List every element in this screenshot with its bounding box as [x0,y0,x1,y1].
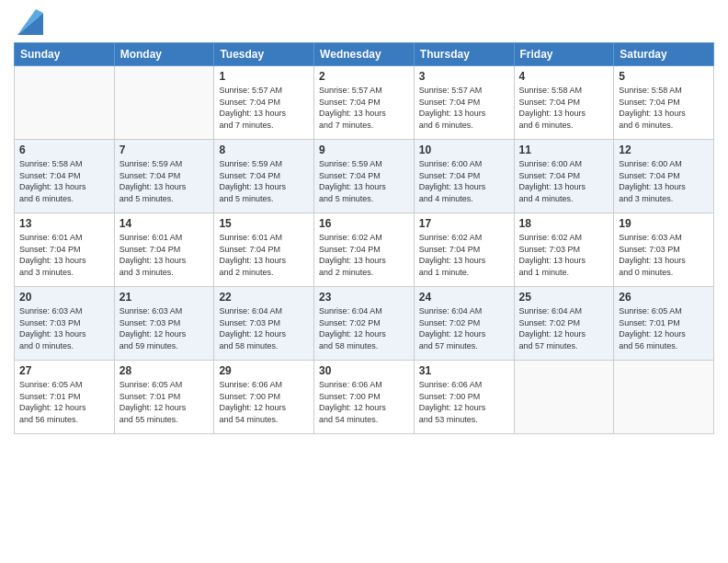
calendar-cell: 31Sunrise: 6:06 AM Sunset: 7:00 PM Dayli… [414,361,514,434]
calendar-cell: 6Sunrise: 5:58 AM Sunset: 7:04 PM Daylig… [15,140,115,213]
day-info: Sunrise: 6:04 AM Sunset: 7:02 PM Dayligh… [319,305,409,351]
calendar-cell: 14Sunrise: 6:01 AM Sunset: 7:04 PM Dayli… [114,213,214,287]
weekday-header-monday: Monday [114,43,214,66]
day-number: 25 [519,291,609,304]
day-number: 10 [419,144,509,156]
calendar-cell: 29Sunrise: 6:06 AM Sunset: 7:00 PM Dayli… [214,361,314,434]
calendar-cell: 5Sunrise: 5:58 AM Sunset: 7:04 PM Daylig… [614,66,714,140]
day-info: Sunrise: 6:03 AM Sunset: 7:03 PM Dayligh… [19,305,109,351]
day-number: 29 [219,364,309,377]
day-number: 21 [119,291,210,304]
weekday-header-thursday: Thursday [414,43,514,66]
day-info: Sunrise: 5:57 AM Sunset: 7:04 PM Dayligh… [319,85,409,131]
day-info: Sunrise: 6:06 AM Sunset: 7:00 PM Dayligh… [319,379,409,425]
day-info: Sunrise: 6:01 AM Sunset: 7:04 PM Dayligh… [19,232,109,278]
day-number: 11 [519,144,609,156]
calendar-cell: 8Sunrise: 5:59 AM Sunset: 7:04 PM Daylig… [214,140,314,213]
day-number: 12 [619,144,709,156]
day-info: Sunrise: 6:00 AM Sunset: 7:04 PM Dayligh… [519,158,609,204]
day-info: Sunrise: 6:04 AM Sunset: 7:03 PM Dayligh… [219,305,309,351]
day-info: Sunrise: 6:03 AM Sunset: 7:03 PM Dayligh… [619,232,709,278]
calendar-cell: 4Sunrise: 5:58 AM Sunset: 7:04 PM Daylig… [514,66,614,140]
day-info: Sunrise: 6:05 AM Sunset: 7:01 PM Dayligh… [119,379,210,425]
calendar-cell: 19Sunrise: 6:03 AM Sunset: 7:03 PM Dayli… [614,213,714,287]
weekday-header-row: SundayMondayTuesdayWednesdayThursdayFrid… [15,43,714,66]
day-number: 1 [219,70,309,83]
day-number: 15 [219,217,309,230]
header [14,9,714,35]
calendar-cell: 25Sunrise: 6:04 AM Sunset: 7:02 PM Dayli… [514,287,614,361]
day-number: 17 [419,217,509,230]
logo [14,9,43,35]
calendar-cell: 27Sunrise: 6:05 AM Sunset: 7:01 PM Dayli… [15,361,115,434]
day-info: Sunrise: 6:06 AM Sunset: 7:00 PM Dayligh… [219,379,309,425]
day-number: 19 [619,217,709,230]
day-number: 18 [519,217,609,230]
day-info: Sunrise: 6:03 AM Sunset: 7:03 PM Dayligh… [119,305,210,351]
day-number: 5 [619,70,709,83]
day-info: Sunrise: 6:06 AM Sunset: 7:00 PM Dayligh… [419,379,509,425]
calendar-cell: 11Sunrise: 6:00 AM Sunset: 7:04 PM Dayli… [514,140,614,213]
calendar-cell: 24Sunrise: 6:04 AM Sunset: 7:02 PM Dayli… [414,287,514,361]
day-number: 4 [519,70,609,83]
day-info: Sunrise: 6:01 AM Sunset: 7:04 PM Dayligh… [119,232,210,278]
weekday-header-saturday: Saturday [614,43,714,66]
day-number: 23 [319,291,409,304]
calendar-cell: 12Sunrise: 6:00 AM Sunset: 7:04 PM Dayli… [614,140,714,213]
calendar-cell: 23Sunrise: 6:04 AM Sunset: 7:02 PM Dayli… [314,287,415,361]
calendar-cell: 21Sunrise: 6:03 AM Sunset: 7:03 PM Dayli… [114,287,214,361]
week-row-2: 13Sunrise: 6:01 AM Sunset: 7:04 PM Dayli… [15,213,714,287]
day-info: Sunrise: 6:02 AM Sunset: 7:04 PM Dayligh… [319,232,409,278]
day-info: Sunrise: 6:00 AM Sunset: 7:04 PM Dayligh… [419,158,509,204]
weekday-header-friday: Friday [514,43,614,66]
day-info: Sunrise: 5:58 AM Sunset: 7:04 PM Dayligh… [519,85,609,131]
calendar-cell: 30Sunrise: 6:06 AM Sunset: 7:00 PM Dayli… [314,361,415,434]
weekday-header-wednesday: Wednesday [314,43,415,66]
day-number: 2 [319,70,409,83]
weekday-header-sunday: Sunday [15,43,115,66]
week-row-4: 27Sunrise: 6:05 AM Sunset: 7:01 PM Dayli… [15,361,714,434]
calendar-cell [114,66,214,140]
day-info: Sunrise: 6:04 AM Sunset: 7:02 PM Dayligh… [519,305,609,351]
day-number: 8 [219,144,309,156]
day-info: Sunrise: 6:05 AM Sunset: 7:01 PM Dayligh… [19,379,109,425]
calendar-cell [15,66,115,140]
calendar-cell: 16Sunrise: 6:02 AM Sunset: 7:04 PM Dayli… [314,213,415,287]
day-number: 20 [19,291,109,304]
calendar-cell: 28Sunrise: 6:05 AM Sunset: 7:01 PM Dayli… [114,361,214,434]
calendar-cell: 2Sunrise: 5:57 AM Sunset: 7:04 PM Daylig… [314,66,415,140]
day-number: 14 [119,217,210,230]
logo-icon [17,9,43,35]
calendar-cell: 22Sunrise: 6:04 AM Sunset: 7:03 PM Dayli… [214,287,314,361]
day-number: 13 [19,217,109,230]
week-row-1: 6Sunrise: 5:58 AM Sunset: 7:04 PM Daylig… [15,140,714,213]
day-info: Sunrise: 6:00 AM Sunset: 7:04 PM Dayligh… [619,158,709,204]
calendar-cell: 9Sunrise: 5:59 AM Sunset: 7:04 PM Daylig… [314,140,415,213]
day-number: 3 [419,70,509,83]
day-number: 28 [119,364,210,377]
day-info: Sunrise: 6:01 AM Sunset: 7:04 PM Dayligh… [219,232,309,278]
calendar-cell: 15Sunrise: 6:01 AM Sunset: 7:04 PM Dayli… [214,213,314,287]
day-info: Sunrise: 6:02 AM Sunset: 7:04 PM Dayligh… [419,232,509,278]
day-number: 22 [219,291,309,304]
page: SundayMondayTuesdayWednesdayThursdayFrid… [0,0,728,563]
calendar-cell: 1Sunrise: 5:57 AM Sunset: 7:04 PM Daylig… [214,66,314,140]
calendar-cell [514,361,614,434]
day-number: 16 [319,217,409,230]
calendar-cell: 26Sunrise: 6:05 AM Sunset: 7:01 PM Dayli… [614,287,714,361]
week-row-0: 1Sunrise: 5:57 AM Sunset: 7:04 PM Daylig… [15,66,714,140]
day-info: Sunrise: 6:02 AM Sunset: 7:03 PM Dayligh… [519,232,609,278]
day-number: 30 [319,364,409,377]
day-number: 24 [419,291,509,304]
calendar-cell: 17Sunrise: 6:02 AM Sunset: 7:04 PM Dayli… [414,213,514,287]
day-number: 6 [19,144,109,156]
day-info: Sunrise: 5:58 AM Sunset: 7:04 PM Dayligh… [619,85,709,131]
day-info: Sunrise: 6:05 AM Sunset: 7:01 PM Dayligh… [619,305,709,351]
calendar-cell: 18Sunrise: 6:02 AM Sunset: 7:03 PM Dayli… [514,213,614,287]
calendar-cell: 20Sunrise: 6:03 AM Sunset: 7:03 PM Dayli… [15,287,115,361]
calendar-table: SundayMondayTuesdayWednesdayThursdayFrid… [14,42,714,434]
day-number: 26 [619,291,709,304]
day-number: 31 [419,364,509,377]
day-info: Sunrise: 5:57 AM Sunset: 7:04 PM Dayligh… [419,85,509,131]
week-row-3: 20Sunrise: 6:03 AM Sunset: 7:03 PM Dayli… [15,287,714,361]
